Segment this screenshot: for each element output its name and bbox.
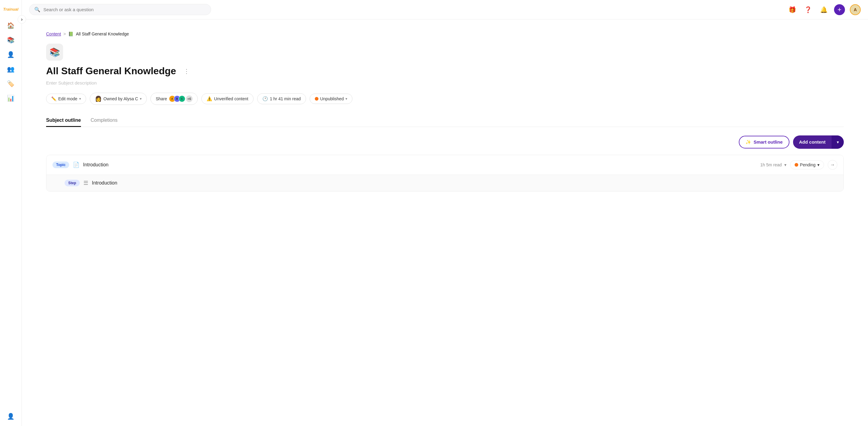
gift-icon: 🎁 (788, 6, 796, 13)
search-input[interactable] (43, 7, 206, 12)
home-icon: 🏠 (7, 22, 14, 29)
share-avatars: A B C (169, 95, 185, 102)
main-wrapper: 🔍 🎁 ❓ 🔔 + A Content > 📗 (22, 0, 868, 426)
add-content-dropdown-button[interactable]: ▾ (832, 135, 844, 149)
breadcrumb-current: All Staff General Knowledge (76, 32, 129, 36)
topnav-actions: 🎁 ❓ 🔔 + A (787, 4, 861, 15)
sidebar-item-home[interactable]: 🏠 (5, 20, 17, 32)
pending-button[interactable]: Pending ▾ (790, 160, 824, 169)
publish-button[interactable]: Unpublished ▾ (310, 94, 353, 104)
subject-description[interactable]: Enter Subject description (46, 80, 844, 86)
avatar[interactable]: A (850, 4, 861, 15)
help-button[interactable]: ❓ (803, 4, 813, 15)
search-icon: 🔍 (34, 7, 40, 12)
more-menu-button[interactable]: ⋮ (181, 66, 192, 76)
tab-completions[interactable]: Completions (91, 114, 118, 127)
chevron-down-icon: ▾ (837, 140, 839, 144)
breadcrumb-parent[interactable]: Content (46, 32, 61, 36)
smart-outline-button[interactable]: ✨ Smart outline (739, 136, 789, 149)
share-label: Share (156, 96, 167, 101)
add-content-main-button[interactable]: Add content (793, 136, 832, 148)
pending-label: Pending (800, 162, 815, 167)
share-button[interactable]: Share A B C +6 (150, 93, 197, 105)
subject-title: All Staff General Knowledge (46, 65, 176, 77)
sidebar-collapse-button[interactable]: › (18, 15, 26, 24)
topnav: 🔍 🎁 ❓ 🔔 + A (22, 0, 868, 20)
avatar-initials: A (854, 7, 857, 12)
pencil-icon: ✏️ (51, 96, 56, 101)
warning-icon: ⚠️ (207, 96, 212, 101)
topic-badge: Topic (53, 162, 69, 168)
profile-icon: 👤 (7, 413, 14, 420)
row-meta: 1h 5m read ▾ (760, 162, 786, 167)
chevron-right-icon: › (21, 17, 23, 22)
read-time-text: 1h 5m read (760, 162, 782, 167)
publish-status-dot (315, 97, 318, 101)
groups-icon: 👥 (7, 65, 14, 73)
unverified-label: Unverified content (214, 96, 248, 101)
subject-title-row: All Staff General Knowledge ⋮ (46, 65, 844, 77)
outline-toolbar: ✨ Smart outline Add content ▾ (46, 135, 844, 149)
app-logo: Trainual (4, 4, 18, 14)
help-icon: ❓ (804, 6, 812, 13)
reports-icon: 📊 (7, 95, 14, 102)
document-icon: 📄 (73, 162, 80, 168)
gift-button[interactable]: 🎁 (787, 4, 798, 15)
sidebar-item-people[interactable]: 👤 (5, 48, 17, 61)
sparkle-icon: ✨ (745, 139, 751, 145)
publish-label: Unpublished (320, 96, 344, 101)
breadcrumb-emoji: 📗 (68, 32, 73, 36)
edit-mode-label: Edit mode (58, 96, 78, 101)
bell-icon: 🔔 (820, 6, 828, 13)
step-title: Introduction (92, 180, 837, 186)
add-content-button[interactable]: Add content ▾ (793, 135, 844, 149)
sidebar-item-tags[interactable]: 🏷️ (5, 77, 17, 90)
search-bar[interactable]: 🔍 (29, 4, 211, 15)
share-count-badge: +6 (186, 95, 193, 102)
notifications-button[interactable]: 🔔 (818, 4, 829, 15)
publish-chevron: ▾ (345, 97, 347, 101)
pending-chevron: ▾ (817, 162, 819, 167)
action-bar: ✏️ Edit mode ▾ 👩 Owned by Alysa C ▾ Shar… (46, 93, 844, 105)
sidebar-item-profile[interactable]: 👤 (5, 410, 17, 422)
topic-nav-arrow[interactable]: → (828, 160, 837, 170)
owner-label: Owned by Alysa C (103, 96, 138, 101)
subject-icon: 📚 (46, 44, 63, 61)
tabs-row: Subject outline Completions (46, 114, 844, 127)
people-icon: 👤 (7, 51, 14, 58)
read-time-button[interactable]: 🕐 1 hr 41 min read (257, 93, 306, 104)
owner-avatar: 👩 (95, 95, 102, 102)
content-list: Topic 📄 Introduction 1h 5m read ▾ Pendin… (46, 155, 844, 192)
owner-button[interactable]: 👩 Owned by Alysa C ▾ (90, 93, 147, 105)
sidebar: Trainual 🏠 📚 👤 👥 🏷️ 📊 👤 (0, 0, 22, 426)
breadcrumb: Content > 📗 All Staff General Knowledge (46, 32, 844, 36)
step-icon: ☰ (84, 180, 88, 186)
edit-mode-chevron: ▾ (79, 97, 81, 101)
share-avatar-3: C (179, 95, 185, 102)
owner-chevron: ▾ (140, 97, 142, 101)
sidebar-item-library[interactable]: 📚 (5, 34, 17, 46)
tab-subject-outline[interactable]: Subject outline (46, 114, 81, 127)
unverified-button[interactable]: ⚠️ Unverified content (202, 93, 253, 104)
clock-icon: 🕐 (262, 96, 268, 101)
smart-outline-label: Smart outline (754, 139, 783, 144)
sidebar-item-reports[interactable]: 📊 (5, 92, 17, 104)
plus-icon: + (838, 6, 842, 13)
read-time-label: 1 hr 41 min read (270, 96, 301, 101)
subject-emoji: 📚 (50, 47, 60, 57)
read-time-chevron[interactable]: ▾ (784, 162, 786, 167)
tags-icon: 🏷️ (7, 80, 14, 87)
topic-title: Introduction (83, 162, 757, 168)
breadcrumb-separator: > (63, 32, 66, 36)
content-area: Content > 📗 All Staff General Knowledge … (22, 20, 868, 426)
table-row: Step ☰ Introduction (46, 175, 843, 191)
step-badge: Step (65, 180, 80, 186)
add-button[interactable]: + (834, 4, 845, 15)
library-icon: 📚 (7, 36, 14, 44)
pending-status-dot (795, 163, 798, 167)
edit-mode-button[interactable]: ✏️ Edit mode ▾ (46, 94, 86, 104)
table-row: Topic 📄 Introduction 1h 5m read ▾ Pendin… (46, 155, 843, 175)
sidebar-item-groups[interactable]: 👥 (5, 63, 17, 75)
arrow-right-icon: → (830, 162, 835, 168)
